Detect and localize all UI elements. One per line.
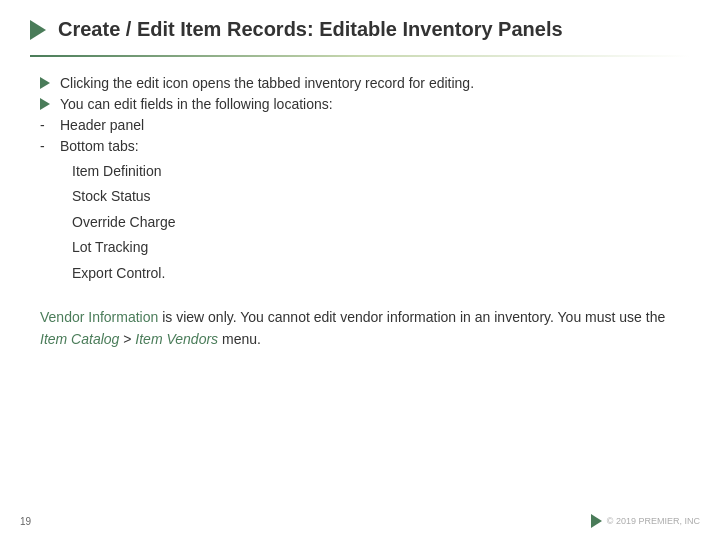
vendor-highlight: Vendor Information	[40, 309, 158, 325]
arrow-icon-1	[40, 77, 50, 89]
page-number: 19	[20, 516, 31, 527]
footer-logo-icon	[591, 514, 602, 528]
dash-icon-2: -	[40, 138, 52, 154]
tab-item-1: Item Definition	[72, 160, 690, 182]
item-vendors-link[interactable]: Item Vendors	[135, 331, 218, 347]
tab-item-3: Override Charge	[72, 211, 690, 233]
footer: 19 © 2019 PREMIER, INC	[20, 514, 700, 528]
bullet-text-4: Bottom tabs:	[60, 138, 139, 154]
bullet-text-3: Header panel	[60, 117, 144, 133]
page-title: Create / Edit Item Records: Editable Inv…	[58, 18, 563, 41]
bullet-text-2: You can edit fields in the following loc…	[60, 96, 333, 112]
header-divider	[30, 55, 690, 57]
bullet-item-1: Clicking the edit icon opens the tabbed …	[40, 75, 690, 91]
tab-item-2: Stock Status	[72, 185, 690, 207]
footer-logo: © 2019 PREMIER, INC	[591, 514, 700, 528]
tab-item-4: Lot Tracking	[72, 236, 690, 258]
copyright-text: © 2019 PREMIER, INC	[607, 516, 700, 526]
arrow-icon-2	[40, 98, 50, 110]
dash-icon-1: -	[40, 117, 52, 133]
item-catalog-link[interactable]: Item Catalog	[40, 331, 119, 347]
bullet-item-3: - Header panel	[40, 117, 690, 133]
vendor-text-1: is view only. You cannot edit vendor inf…	[158, 309, 665, 325]
tab-item-5: Export Control.	[72, 262, 690, 284]
bullet-item-2: You can edit fields in the following loc…	[40, 96, 690, 112]
bullet-list: Clicking the edit icon opens the tabbed …	[40, 75, 690, 154]
tab-items-list: Item Definition Stock Status Override Ch…	[72, 160, 690, 284]
content-area: Clicking the edit icon opens the tabbed …	[30, 75, 690, 522]
bullet-text-1: Clicking the edit icon opens the tabbed …	[60, 75, 474, 91]
bullet-item-4: - Bottom tabs:	[40, 138, 690, 154]
page-wrapper: Create / Edit Item Records: Editable Inv…	[0, 0, 720, 540]
vendor-text-3: menu.	[218, 331, 261, 347]
vendor-paragraph: Vendor Information is view only. You can…	[40, 306, 690, 351]
play-icon	[30, 20, 46, 40]
header-bar: Create / Edit Item Records: Editable Inv…	[30, 18, 690, 41]
vendor-text-2: >	[119, 331, 135, 347]
